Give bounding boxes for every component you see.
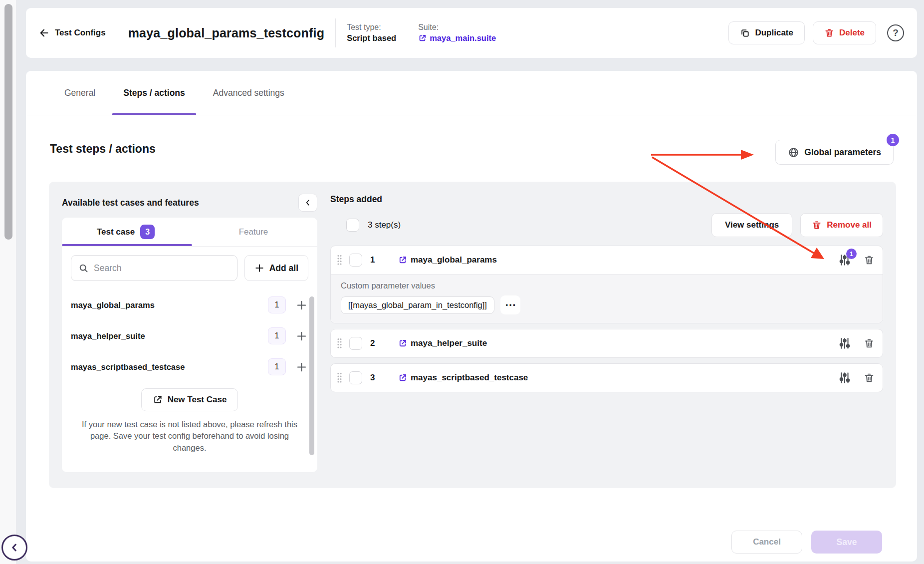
- delete-label: Delete: [839, 28, 865, 38]
- back-to-test-configs[interactable]: Test Configs: [39, 27, 106, 38]
- delete-button[interactable]: Delete: [813, 21, 876, 44]
- drag-handle-icon[interactable]: [337, 372, 342, 384]
- test-case-list: maya_global_params 1 maya_helper_suite 1: [62, 288, 317, 382]
- step-settings-button[interactable]: 1: [839, 254, 850, 266]
- test-type-meta: Test type: Script based: [347, 23, 396, 43]
- test-type-label: Test type:: [347, 23, 396, 32]
- steps-work-area: Available test cases and features Test c…: [49, 182, 896, 488]
- available-panel: Available test cases and features Test c…: [62, 194, 317, 476]
- step-index: 1: [370, 255, 378, 265]
- step-checkbox[interactable]: [349, 254, 362, 267]
- back-arrow-icon: [39, 27, 50, 38]
- duplicate-button[interactable]: Duplicate: [728, 21, 805, 44]
- remove-all-button[interactable]: Remove all: [800, 213, 883, 237]
- sliders-icon: [839, 337, 850, 349]
- step-row: 3 mayas_scriptbased_testcase: [331, 364, 883, 392]
- step-checkbox[interactable]: [349, 337, 362, 350]
- step-name: maya_global_params: [411, 255, 497, 265]
- add-test-case-button[interactable]: [296, 299, 307, 311]
- refresh-note: If your new test case is not listed abov…: [74, 419, 305, 454]
- sliders-icon: [839, 372, 850, 384]
- step-settings-button[interactable]: [839, 337, 850, 349]
- tab-steps-actions[interactable]: Steps / actions: [112, 71, 196, 115]
- select-all-checkbox[interactable]: [346, 219, 359, 232]
- duplicate-icon: [740, 28, 750, 38]
- cancel-button[interactable]: Cancel: [731, 531, 802, 554]
- select-all-steps: 3 step(s): [346, 219, 401, 232]
- trash-icon: [864, 255, 875, 266]
- help-icon[interactable]: ?: [887, 24, 904, 41]
- global-parameters-button[interactable]: Global parameters: [775, 140, 894, 165]
- new-test-case-button[interactable]: New Test Case: [141, 388, 238, 411]
- tab-general[interactable]: General: [53, 71, 106, 115]
- step-link[interactable]: maya_global_params: [398, 255, 497, 265]
- custom-parameter-section: Custom parameter values [[mayas_global_p…: [331, 274, 883, 323]
- tab-test-case[interactable]: Test case 3: [62, 218, 190, 246]
- step-delete-button[interactable]: [864, 372, 875, 383]
- view-settings-button[interactable]: View settings: [711, 213, 792, 237]
- suite-link[interactable]: maya_main.suite: [418, 33, 496, 43]
- footer-actions: Cancel Save: [731, 531, 882, 554]
- global-parameters-badge: 1: [887, 134, 899, 146]
- step-link[interactable]: mayas_scriptbased_testcase: [398, 373, 528, 383]
- test-case-name: mayas_scriptbased_testcase: [71, 362, 268, 372]
- external-link-icon: [398, 339, 407, 348]
- suite-label: Suite:: [418, 23, 496, 32]
- add-test-case-button[interactable]: [296, 330, 307, 342]
- test-case-count: 1: [268, 327, 286, 344]
- parameter-chip[interactable]: [[mayas_global_param_in_testconfig]]: [341, 296, 494, 314]
- steps-panel: Steps added 3 step(s) View settings Remo…: [330, 194, 883, 476]
- tab-advanced-settings[interactable]: Advanced settings: [202, 71, 295, 115]
- test-type-value: Script based: [347, 33, 396, 43]
- suite-meta: Suite: maya_main.suite: [418, 23, 496, 43]
- select-all-label: 3 step(s): [368, 220, 401, 230]
- step-card: 1 maya_global_params 1: [330, 246, 883, 323]
- chevron-left-icon: [9, 542, 20, 553]
- available-tabs: Test case 3 Feature: [62, 218, 317, 247]
- sidebar-collapse-button[interactable]: [1, 535, 27, 561]
- tab-feature[interactable]: Feature: [190, 218, 317, 246]
- globe-icon: [788, 147, 799, 158]
- tabbar: General Steps / actions Advanced setting…: [26, 71, 917, 115]
- drag-handle-icon[interactable]: [337, 254, 342, 266]
- step-row: 2 maya_helper_suite: [331, 329, 883, 357]
- more-options-button[interactable]: ⋯: [500, 295, 520, 314]
- search-icon: [78, 263, 89, 274]
- step-link[interactable]: maya_helper_suite: [398, 338, 487, 348]
- list-item: maya_helper_suite 1: [71, 320, 307, 351]
- step-settings-button[interactable]: [839, 372, 850, 384]
- trash-icon: [812, 220, 822, 230]
- step-index: 3: [370, 373, 378, 383]
- remove-all-label: Remove all: [827, 220, 872, 230]
- drag-handle-icon[interactable]: [337, 337, 342, 349]
- new-test-case-label: New Test Case: [168, 395, 227, 405]
- search-input[interactable]: [94, 263, 230, 274]
- step-card: 2 maya_helper_suite: [330, 329, 883, 358]
- list-item: maya_global_params 1: [71, 289, 307, 320]
- search-box[interactable]: [71, 255, 237, 281]
- add-all-button[interactable]: Add all: [244, 255, 308, 281]
- suite-link-label: maya_main.suite: [430, 33, 496, 43]
- step-name: maya_helper_suite: [411, 338, 487, 348]
- steps-panel-title: Steps added: [330, 194, 883, 205]
- divider: [335, 18, 336, 47]
- external-link-icon: [398, 373, 407, 382]
- main-panel: General Steps / actions Advanced setting…: [26, 71, 917, 562]
- divider: [117, 22, 117, 43]
- page-scrollbar-thumb[interactable]: [4, 4, 12, 240]
- external-link-icon: [398, 256, 407, 265]
- step-delete-button[interactable]: [864, 255, 875, 266]
- plus-icon: [254, 263, 264, 273]
- header: Test Configs maya_global_params_testconf…: [26, 8, 917, 58]
- step-delete-button[interactable]: [864, 338, 875, 349]
- test-case-count: 1: [268, 358, 286, 375]
- global-parameters-label: Global parameters: [804, 147, 881, 158]
- add-test-case-button[interactable]: [296, 361, 307, 373]
- collapse-panel-button[interactable]: [298, 194, 317, 212]
- global-parameters: Global parameters 1: [775, 140, 894, 165]
- trash-icon: [864, 338, 875, 349]
- list-scrollbar-thumb[interactable]: [309, 296, 314, 455]
- step-checkbox[interactable]: [349, 371, 362, 384]
- save-button[interactable]: Save: [811, 531, 882, 554]
- test-case-name: maya_helper_suite: [71, 331, 268, 341]
